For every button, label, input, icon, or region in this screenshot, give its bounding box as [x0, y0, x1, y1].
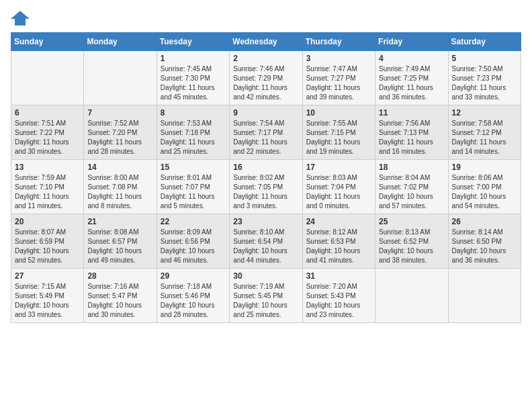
calendar-week-row: 1 Sunrise: 7:45 AMSunset: 7:30 PMDayligh… — [11, 51, 521, 105]
day-number: 19 — [452, 163, 517, 172]
day-number: 27 — [15, 271, 80, 281]
day-detail: Sunrise: 7:46 AMSunset: 7:29 PMDaylight:… — [233, 64, 298, 102]
weekday-header-row: SundayMondayTuesdayWednesdayThursdayFrid… — [11, 33, 521, 51]
logo — [11, 11, 32, 26]
calendar-table: SundayMondayTuesdayWednesdayThursdayFrid… — [11, 32, 521, 323]
weekday-header-friday: Friday — [375, 33, 448, 51]
weekday-header-wednesday: Wednesday — [230, 33, 302, 51]
weekday-header-tuesday: Tuesday — [157, 33, 229, 51]
day-detail: Sunrise: 8:01 AMSunset: 7:07 PMDaylight:… — [161, 173, 226, 211]
calendar-cell: 21 Sunrise: 8:08 AMSunset: 6:57 PMDaylig… — [84, 214, 157, 269]
day-detail: Sunrise: 8:12 AMSunset: 6:53 PMDaylight:… — [306, 228, 371, 265]
day-detail: Sunrise: 8:04 AMSunset: 7:02 PMDaylight:… — [379, 173, 444, 211]
calendar-cell: 30 Sunrise: 7:19 AMSunset: 5:45 PMDaylig… — [230, 269, 302, 323]
day-detail: Sunrise: 7:51 AMSunset: 7:22 PMDaylight:… — [15, 119, 80, 156]
day-number: 30 — [233, 271, 298, 281]
calendar-cell: 31 Sunrise: 7:20 AMSunset: 5:43 PMDaylig… — [302, 269, 375, 323]
weekday-header-saturday: Saturday — [448, 33, 521, 51]
day-detail: Sunrise: 8:08 AMSunset: 6:57 PMDaylight:… — [87, 228, 152, 265]
day-number: 7 — [87, 108, 152, 118]
day-number: 1 — [161, 54, 226, 63]
calendar-cell: 1 Sunrise: 7:45 AMSunset: 7:30 PMDayligh… — [157, 51, 229, 105]
calendar-cell: 13 Sunrise: 7:59 AMSunset: 7:10 PMDaylig… — [11, 160, 84, 214]
calendar-week-row: 27 Sunrise: 7:15 AMSunset: 5:49 PMDaylig… — [11, 269, 521, 323]
calendar-cell: 27 Sunrise: 7:15 AMSunset: 5:49 PMDaylig… — [11, 269, 84, 323]
day-number: 28 — [87, 271, 152, 281]
calendar-cell — [11, 51, 84, 105]
svg-marker-0 — [11, 11, 30, 26]
calendar-cell: 7 Sunrise: 7:52 AMSunset: 7:20 PMDayligh… — [84, 105, 157, 160]
day-number: 22 — [161, 217, 226, 226]
calendar-cell: 10 Sunrise: 7:55 AMSunset: 7:15 PMDaylig… — [302, 105, 375, 160]
weekday-header-thursday: Thursday — [302, 33, 375, 51]
day-detail: Sunrise: 7:53 AMSunset: 7:18 PMDaylight:… — [161, 119, 226, 156]
day-detail: Sunrise: 8:07 AMSunset: 6:59 PMDaylight:… — [15, 228, 80, 265]
day-detail: Sunrise: 7:50 AMSunset: 7:23 PMDaylight:… — [452, 64, 517, 102]
day-detail: Sunrise: 7:59 AMSunset: 7:10 PMDaylight:… — [15, 173, 80, 211]
day-detail: Sunrise: 7:55 AMSunset: 7:15 PMDaylight:… — [306, 119, 371, 156]
calendar-cell: 20 Sunrise: 8:07 AMSunset: 6:59 PMDaylig… — [11, 214, 84, 269]
calendar-cell: 11 Sunrise: 7:56 AMSunset: 7:13 PMDaylig… — [375, 105, 448, 160]
day-detail: Sunrise: 7:19 AMSunset: 5:45 PMDaylight:… — [233, 282, 298, 320]
day-number: 4 — [379, 54, 444, 63]
day-detail: Sunrise: 7:58 AMSunset: 7:12 PMDaylight:… — [452, 119, 517, 156]
day-number: 13 — [15, 163, 80, 172]
calendar-cell: 8 Sunrise: 7:53 AMSunset: 7:18 PMDayligh… — [157, 105, 229, 160]
calendar-cell: 12 Sunrise: 7:58 AMSunset: 7:12 PMDaylig… — [448, 105, 521, 160]
calendar-cell: 28 Sunrise: 7:16 AMSunset: 5:47 PMDaylig… — [84, 269, 157, 323]
day-number: 8 — [161, 108, 226, 118]
day-number: 12 — [452, 108, 517, 118]
day-detail: Sunrise: 7:47 AMSunset: 7:27 PMDaylight:… — [306, 64, 371, 102]
calendar-cell: 2 Sunrise: 7:46 AMSunset: 7:29 PMDayligh… — [230, 51, 302, 105]
day-detail: Sunrise: 8:13 AMSunset: 6:52 PMDaylight:… — [379, 228, 444, 265]
calendar-cell: 15 Sunrise: 8:01 AMSunset: 7:07 PMDaylig… — [157, 160, 229, 214]
calendar-cell: 9 Sunrise: 7:54 AMSunset: 7:17 PMDayligh… — [230, 105, 302, 160]
calendar-week-row: 13 Sunrise: 7:59 AMSunset: 7:10 PMDaylig… — [11, 160, 521, 214]
day-number: 20 — [15, 217, 80, 226]
calendar-cell: 29 Sunrise: 7:18 AMSunset: 5:46 PMDaylig… — [157, 269, 229, 323]
day-number: 29 — [161, 271, 226, 281]
day-detail: Sunrise: 7:54 AMSunset: 7:17 PMDaylight:… — [233, 119, 298, 156]
day-number: 21 — [87, 217, 152, 226]
day-number: 3 — [306, 54, 371, 63]
day-number: 17 — [306, 163, 371, 172]
day-number: 6 — [15, 108, 80, 118]
calendar-cell: 24 Sunrise: 8:12 AMSunset: 6:53 PMDaylig… — [302, 214, 375, 269]
day-number: 14 — [87, 163, 152, 172]
day-number: 2 — [233, 54, 298, 63]
day-detail: Sunrise: 7:18 AMSunset: 5:46 PMDaylight:… — [161, 282, 226, 320]
calendar-cell: 23 Sunrise: 8:10 AMSunset: 6:54 PMDaylig… — [230, 214, 302, 269]
day-number: 18 — [379, 163, 444, 172]
calendar-cell: 3 Sunrise: 7:47 AMSunset: 7:27 PMDayligh… — [302, 51, 375, 105]
day-number: 23 — [233, 217, 298, 226]
calendar-week-row: 20 Sunrise: 8:07 AMSunset: 6:59 PMDaylig… — [11, 214, 521, 269]
day-number: 31 — [306, 271, 371, 281]
day-detail: Sunrise: 7:15 AMSunset: 5:49 PMDaylight:… — [15, 282, 80, 320]
day-number: 26 — [452, 217, 517, 226]
calendar-cell: 19 Sunrise: 8:06 AMSunset: 7:00 PMDaylig… — [448, 160, 521, 214]
day-number: 11 — [379, 108, 444, 118]
day-detail: Sunrise: 7:20 AMSunset: 5:43 PMDaylight:… — [306, 282, 371, 320]
day-number: 9 — [233, 108, 298, 118]
day-detail: Sunrise: 8:14 AMSunset: 6:50 PMDaylight:… — [452, 228, 517, 265]
calendar-cell: 16 Sunrise: 8:02 AMSunset: 7:05 PMDaylig… — [230, 160, 302, 214]
day-number: 24 — [306, 217, 371, 226]
calendar-cell — [375, 269, 448, 323]
day-detail: Sunrise: 8:00 AMSunset: 7:08 PMDaylight:… — [87, 173, 152, 211]
calendar-cell — [84, 51, 157, 105]
day-detail: Sunrise: 7:49 AMSunset: 7:25 PMDaylight:… — [379, 64, 444, 102]
weekday-header-monday: Monday — [84, 33, 157, 51]
calendar-cell: 14 Sunrise: 8:00 AMSunset: 7:08 PMDaylig… — [84, 160, 157, 214]
logo-icon — [11, 11, 30, 26]
weekday-header-sunday: Sunday — [11, 33, 84, 51]
calendar-cell: 26 Sunrise: 8:14 AMSunset: 6:50 PMDaylig… — [448, 214, 521, 269]
day-number: 10 — [306, 108, 371, 118]
day-detail: Sunrise: 7:16 AMSunset: 5:47 PMDaylight:… — [87, 282, 152, 320]
day-number: 5 — [452, 54, 517, 63]
calendar-cell: 6 Sunrise: 7:51 AMSunset: 7:22 PMDayligh… — [11, 105, 84, 160]
day-detail: Sunrise: 7:52 AMSunset: 7:20 PMDaylight:… — [87, 119, 152, 156]
day-detail: Sunrise: 7:56 AMSunset: 7:13 PMDaylight:… — [379, 119, 444, 156]
calendar-cell — [448, 269, 521, 323]
day-detail: Sunrise: 7:45 AMSunset: 7:30 PMDaylight:… — [161, 64, 226, 102]
calendar-cell: 18 Sunrise: 8:04 AMSunset: 7:02 PMDaylig… — [375, 160, 448, 214]
